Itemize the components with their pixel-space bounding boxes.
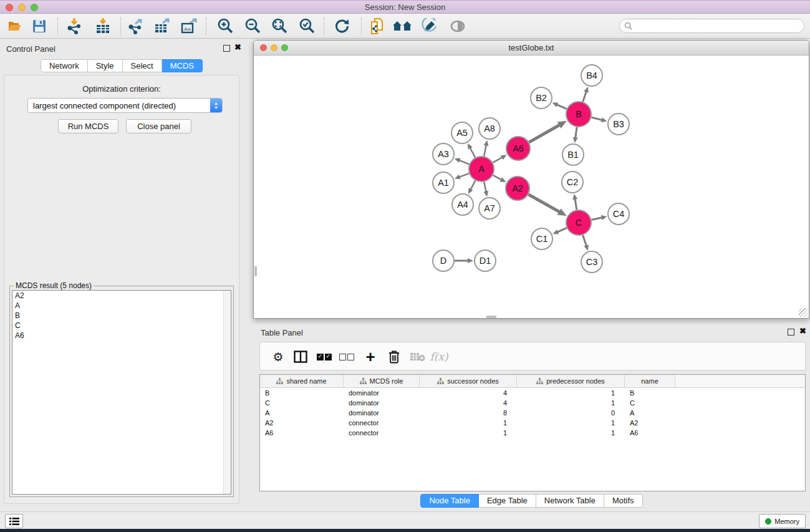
table-cell[interactable]: 1 [517,418,625,428]
open-session-button[interactable] [4,17,25,36]
table-row[interactable]: A6connector11A6 [260,428,805,438]
edge-A-A4[interactable] [471,181,476,190]
mcds-result-list[interactable]: A2ABCA6 [12,290,231,495]
mcds-result-item[interactable]: A [12,301,231,311]
horizontal-scrollbar-stub[interactable] [486,316,496,318]
minimize-window-button[interactable] [18,4,26,11]
criterion-select[interactable]: largest connected component (directed) ▲… [27,98,223,113]
table-cell[interactable]: A [625,408,675,418]
table-cell[interactable]: 4 [420,398,517,408]
table-cell[interactable]: A6 [625,428,675,438]
table-cell[interactable]: 4 [420,388,517,398]
table-cell[interactable]: connector [344,418,420,428]
tab-network[interactable]: Network [41,59,88,72]
tab-motifs[interactable]: Motifs [604,494,643,508]
table-cell[interactable]: 0 [517,408,625,418]
edge-B-B4[interactable] [583,92,587,102]
table-cell[interactable]: 1 [517,398,625,408]
mcds-result-item[interactable]: C [12,321,231,331]
close-table-panel-icon[interactable]: ✖ [799,327,806,336]
import-network-button[interactable] [64,17,85,36]
tab-edge-table[interactable]: Edge Table [479,494,536,508]
column-header-MCDS-role[interactable]: MCDS role [344,375,420,387]
table-row[interactable]: A2connector11A2 [260,418,805,428]
edge-A-A1[interactable] [459,173,469,177]
delete-table-button[interactable] [408,348,427,365]
table-cell[interactable]: connector [344,428,420,438]
table-row[interactable]: Cdominator41C [260,398,805,408]
table-cell[interactable]: 1 [420,428,517,438]
search-input[interactable] [635,22,804,31]
table-row[interactable]: Adominator80A [260,408,805,418]
search-box[interactable] [619,19,804,33]
mcds-result-item[interactable]: A2 [12,291,231,301]
tab-node-table[interactable]: Node Table [420,494,479,508]
save-session-button[interactable] [29,17,50,36]
edge-B-B1[interactable] [576,127,577,138]
add-column-button[interactable]: + [361,348,380,365]
memory-button[interactable]: Memory [759,514,806,528]
column-header-predecessor-nodes[interactable]: predecessor nodes [517,375,625,387]
table-cell[interactable]: 1 [517,388,625,398]
mcds-result-item[interactable]: B [12,311,231,321]
column-header-shared-name[interactable]: shared name [260,375,344,387]
maximize-view-button[interactable] [281,44,288,51]
float-table-panel-icon[interactable] [788,329,794,336]
export-image-button[interactable] [178,17,200,36]
edge-B-B3[interactable] [591,117,602,120]
edge-C-C4[interactable] [592,218,602,220]
mcds-result-item[interactable]: A6 [12,331,231,341]
minimize-view-button[interactable] [271,44,277,51]
vertical-scrollbar-stub[interactable] [254,266,257,276]
edge-A6-B[interactable] [529,125,559,142]
table-cell[interactable]: C [260,398,344,408]
visibility-toggle-button[interactable] [447,17,468,36]
edge-A-A3[interactable] [459,160,469,164]
network-overview-button[interactable] [392,17,413,36]
edge-A-A7[interactable] [484,182,486,192]
network-window-titlebar[interactable]: testGlobe.txt [254,41,809,56]
tab-mcds[interactable]: MCDS [162,59,203,72]
table-cell[interactable]: dominator [344,388,420,398]
edge-C-C1[interactable] [557,228,567,232]
float-panel-icon[interactable] [223,45,230,52]
table-cell[interactable]: C [625,398,675,408]
select-all-columns-button[interactable] [315,348,334,365]
run-mcds-button[interactable]: Run MCDS [58,119,118,133]
tab-style[interactable]: Style [88,59,123,72]
zoom-out-button[interactable] [242,17,263,36]
table-cell[interactable]: dominator [344,398,420,408]
close-view-button[interactable] [260,44,267,51]
tab-select[interactable]: Select [123,59,162,72]
refresh-layout-button[interactable] [331,17,352,36]
table-cell[interactable]: B [625,388,675,398]
network-canvas[interactable]: ABCA6A2A1A3A4A5A7A8B1B2B3B4C1C2C3C4DD1 [254,56,809,318]
import-table-button[interactable] [92,17,113,36]
clone-network-button[interactable] [367,17,388,36]
table-cell[interactable]: A6 [260,428,344,438]
edge-A-A8[interactable] [484,145,486,156]
column-header-successor-nodes[interactable]: successor nodes [420,375,517,387]
deselect-all-columns-button[interactable] [337,348,356,365]
close-panel-button[interactable]: Close panel [126,119,191,133]
table-cell[interactable]: 1 [517,428,625,438]
table-cell[interactable]: 8 [420,408,517,418]
scrollbar-track[interactable] [223,291,231,494]
table-cell[interactable]: dominator [344,408,420,418]
table-cell[interactable]: 1 [420,418,517,428]
edge-A-A5[interactable] [470,148,475,158]
zoom-selected-button[interactable] [296,17,317,36]
delete-column-button[interactable] [385,348,403,365]
close-panel-icon[interactable]: ✖ [234,43,241,52]
task-history-button[interactable] [5,514,23,528]
export-network-button[interactable] [125,17,146,36]
table-cell[interactable]: B [260,388,344,398]
resize-grip[interactable] [799,308,808,317]
edge-A-A6[interactable] [493,157,502,163]
close-window-button[interactable] [6,4,13,11]
edge-A2-C[interactable] [528,195,559,212]
split-panel-button[interactable] [291,348,310,365]
edge-C-C2[interactable] [575,199,577,210]
node-table[interactable]: shared nameMCDS rolesuccessor nodesprede… [259,374,806,491]
edge-A-A2[interactable] [493,175,502,180]
